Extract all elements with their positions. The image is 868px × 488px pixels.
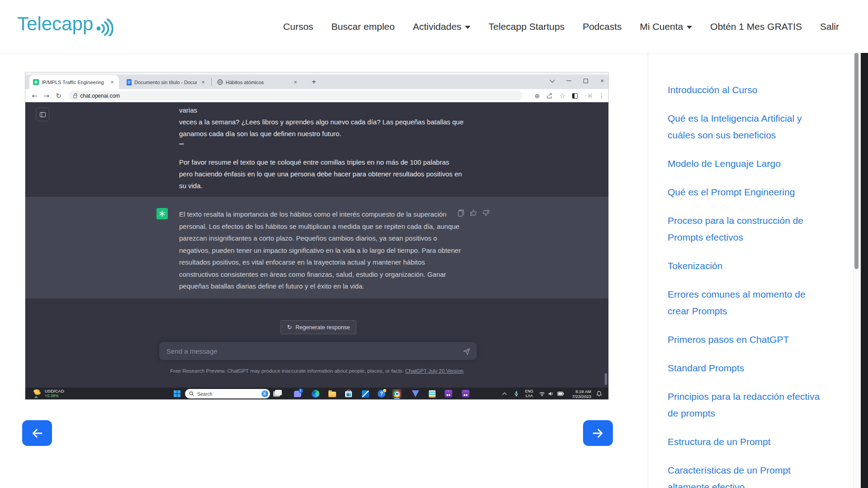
browser-address-bar: ← → ↻ chat.openai.com ⊕ ☆ ⋮	[25, 89, 608, 102]
close-icon: ×	[292, 79, 299, 85]
close-icon: ×	[109, 79, 115, 85]
zoom-icon: ⊕	[535, 93, 540, 99]
notepad-app-icon	[427, 389, 437, 398]
nav-cursos[interactable]: Cursos	[283, 21, 313, 32]
microphone-icon	[512, 388, 520, 400]
tab-title: IP/MPLS Traffic Engineering	[42, 80, 106, 85]
battery-icon	[556, 388, 565, 400]
share-icon	[546, 93, 553, 99]
browser-tab-docs: Documento sin título - Documen ×	[123, 75, 210, 89]
chat-input-placeholder: Send a message	[166, 347, 463, 355]
clock: 8:19 AM7/23/2023	[568, 388, 591, 400]
help-glyph: ?	[378, 390, 385, 398]
sidebar-item-introduccion[interactable]: Introducción al Curso	[668, 81, 828, 98]
thumbs-up-icon	[470, 209, 477, 216]
sidebar-toggle-icon	[40, 112, 46, 117]
user-message-body: veces a la semana? ¿Lees libros y aprend…	[179, 116, 464, 140]
logo[interactable]: Telecapp	[17, 12, 115, 36]
copy-icon	[458, 209, 464, 217]
url-field: chat.openai.com	[69, 91, 523, 100]
sidebar-item-modelo-lenguaje[interactable]: Modelo de Lenguaje Largo	[668, 155, 828, 172]
side-panel-icon	[572, 93, 578, 99]
arrow-left-icon	[29, 426, 45, 440]
triple-quote: """	[179, 140, 464, 152]
back-icon: ←	[32, 92, 38, 100]
nav-mi-cuenta[interactable]: Mi Cuenta	[640, 21, 693, 32]
browser-menu-icon: ⋮	[598, 93, 605, 99]
main-nav: Cursos Buscar empleo Actividades Telecap…	[283, 0, 839, 53]
sidebar-item-caracteristicas-prompt[interactable]: Características de un Prompt altamente e…	[668, 462, 828, 488]
content-scrollbar[interactable]	[853, 53, 859, 488]
google-docs-icon	[127, 79, 132, 85]
chevron-down-icon	[687, 26, 692, 29]
search-placeholder: Search	[197, 391, 258, 397]
signal-icon	[95, 16, 115, 36]
nav-buscar-empleo-label: Buscar empleo	[332, 21, 395, 32]
coins-icon	[33, 389, 42, 398]
assistant-message: El texto resalta la importancia de los h…	[25, 196, 608, 299]
close-icon: ×	[600, 78, 604, 84]
send-to-device-icon	[584, 94, 592, 98]
teams-chat-icon	[293, 389, 302, 398]
logo-text: Telecapp	[17, 13, 93, 35]
wifi-icon	[538, 388, 546, 400]
regenerate-response-button: ↻ Regenerate response	[280, 320, 356, 334]
weather-stock-widget: USD/CAD +0.38%	[33, 389, 64, 398]
next-lesson-button[interactable]	[583, 420, 613, 446]
user-message-head: varias	[179, 104, 464, 116]
nav-obten-1-mes-gratis[interactable]: Obtén 1 Mes GRATIS	[710, 21, 802, 32]
bookmark-star-icon: ☆	[560, 93, 565, 99]
assistant-response-text: El texto resalta la importancia de los h…	[179, 208, 464, 293]
nav-telecapp-startups[interactable]: Telecapp Startups	[489, 21, 564, 32]
nav-actividades-label: Actividades	[413, 21, 461, 32]
lesson-screenshot[interactable]: IP/MPLS Traffic Engineering × Documento …	[25, 72, 609, 400]
nav-podcasts[interactable]: Podcasts	[583, 21, 621, 32]
sidebar-item-primeros-pasos[interactable]: Primeros pasos en ChatGPT	[668, 331, 828, 348]
sidebar-item-principios-redaccion[interactable]: Principios para la redacción efectiva de…	[668, 388, 828, 422]
page-scrollbar[interactable]	[861, 0, 868, 488]
chrome-icon-active	[392, 389, 402, 398]
sidebar-item-errores-comunes[interactable]: Errores comunes al momento de crear Prom…	[668, 286, 828, 319]
maximize-icon	[583, 79, 588, 83]
thumbs-down-icon	[483, 209, 489, 216]
content-scrollbar-thumb[interactable]	[854, 53, 859, 269]
tray-chevron-icon	[501, 388, 508, 400]
previous-lesson-button[interactable]	[22, 420, 52, 446]
nav-salir[interactable]: Salir	[820, 21, 839, 32]
url-text: chat.openai.com	[80, 93, 120, 99]
nav-podcasts-label: Podcasts	[583, 21, 621, 32]
course-outline-sidebar: Introducción al Curso Qué es la Intelige…	[668, 81, 828, 488]
windows-start-icon	[174, 390, 180, 397]
sidebar-item-que-es-ia[interactable]: Qué es la Inteligencia Artificial y cuál…	[668, 110, 828, 143]
address-bar-icons: ⊕ ☆ ⋮	[535, 89, 605, 102]
tab-search-chevron-icon	[550, 77, 555, 82]
regenerate-label: Regenerate response	[295, 324, 350, 331]
nav-actividades[interactable]: Actividades	[413, 21, 470, 32]
top-nav: Telecapp Cursos Buscar empleo Actividade…	[0, 0, 868, 53]
footer-disclaimer: Free Research Preview. ChatGPT may produ…	[170, 368, 403, 374]
speaker-icon	[547, 388, 555, 400]
mail-app-icon	[360, 389, 370, 398]
sidebar-item-proceso-prompts[interactable]: Proceso para la construcción de Prompts …	[668, 212, 828, 246]
content-sidebar-divider	[648, 53, 648, 488]
sidebar-toggle-button	[36, 108, 49, 121]
sidebar-item-prompt-engineering[interactable]: Qué es el Prompt Engineering	[668, 184, 828, 200]
sidebar-item-standard-prompts[interactable]: Standard Prompts	[668, 360, 828, 376]
sidebar-item-estructura-prompt[interactable]: Estructura de un Prompt	[668, 433, 828, 450]
refresh-icon: ↻	[287, 324, 292, 331]
nav-buscar-empleo[interactable]: Buscar empleo	[332, 21, 395, 32]
nav-telecapp-startups-label: Telecapp Startups	[489, 21, 564, 32]
notification-bell-icon	[595, 388, 603, 400]
sidebar-item-tokenizacion[interactable]: Tokenización	[668, 257, 828, 274]
user-message-request: Por favor resume el texto que te coloqué…	[179, 156, 464, 192]
keyboard-language: ENGLAA	[522, 388, 536, 400]
nav-cursos-label: Cursos	[283, 21, 313, 32]
chatgpt-page: varias veces a la semana? ¿Lees libros y…	[25, 102, 608, 388]
chevron-down-icon	[465, 26, 470, 29]
bing-icon: b	[261, 390, 268, 397]
browser-tab-strip: IP/MPLS Traffic Engineering × Documento …	[25, 72, 608, 89]
window-controls: ×	[550, 72, 604, 89]
new-tab-button: +	[308, 76, 319, 87]
browser-tab-chatgpt: IP/MPLS Traffic Engineering ×	[29, 75, 119, 89]
tab-title: Hábitos atómicos	[226, 80, 289, 85]
